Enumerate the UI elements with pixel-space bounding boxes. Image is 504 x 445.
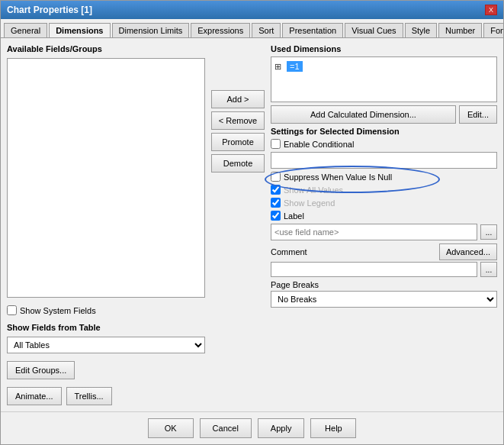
- enable-conditional-checkbox[interactable]: [271, 139, 281, 149]
- bottom-buttons-row: Edit Groups...: [7, 361, 205, 379]
- chart-properties-window: Chart Properties [1] X General Dimension…: [0, 0, 504, 445]
- tab-general[interactable]: General: [4, 23, 47, 38]
- comment-input-row: ...: [271, 262, 497, 277]
- title-bar: Chart Properties [1] X: [1, 1, 503, 19]
- show-all-values-checkbox[interactable]: [271, 185, 281, 195]
- animate-button[interactable]: Animate...: [7, 387, 62, 405]
- used-dimensions-label: Used Dimensions: [271, 44, 497, 53]
- label-row: Label: [271, 211, 497, 221]
- tab-sort[interactable]: Sort: [252, 23, 281, 38]
- suppress-when-null-checkbox[interactable]: [271, 172, 281, 182]
- show-legend-row: Show Legend: [271, 198, 497, 208]
- center-buttons: Add > < Remove Promote Demote: [211, 44, 265, 405]
- show-system-fields-label: Show System Fields: [20, 306, 96, 315]
- close-button[interactable]: X: [485, 5, 497, 15]
- used-dimensions-box[interactable]: ⊞ =1: [271, 56, 497, 102]
- add-edit-row: Add Calculated Dimension... Edit...: [271, 105, 497, 124]
- right-panel: Used Dimensions ⊞ =1 Add Calculated Dime…: [271, 44, 497, 405]
- field-name-dots-button[interactable]: ...: [480, 224, 497, 240]
- tab-visual-cues[interactable]: Visual Cues: [345, 23, 403, 38]
- show-system-fields-row: Show System Fields: [7, 305, 205, 315]
- cancel-button[interactable]: Cancel: [200, 418, 252, 438]
- tab-dimension-limits[interactable]: Dimension Limits: [112, 23, 190, 38]
- bottom-bar: OK Cancel Apply Help: [1, 411, 503, 444]
- enable-conditional-row: Enable Conditional: [271, 139, 497, 149]
- tab-style[interactable]: Style: [405, 23, 437, 38]
- suppress-when-null-label: Suppress When Value Is Null: [284, 173, 392, 182]
- comment-input[interactable]: [271, 262, 477, 277]
- enable-conditional-label: Enable Conditional: [284, 140, 354, 149]
- available-fields-list[interactable]: [7, 58, 205, 298]
- trellis-button[interactable]: Trellis...: [66, 387, 112, 405]
- left-panel: Available Fields/Groups Show System Fiel…: [7, 44, 205, 405]
- field-name-row: ...: [271, 224, 497, 240]
- edit-button[interactable]: Edit...: [459, 105, 497, 124]
- show-legend-label: Show Legend: [284, 198, 335, 208]
- tab-expressions[interactable]: Expressions: [191, 23, 250, 38]
- comment-header-row: Comment Advanced...: [271, 243, 497, 260]
- label-checkbox[interactable]: [271, 211, 281, 221]
- tab-presentation[interactable]: Presentation: [282, 23, 343, 38]
- ok-button[interactable]: OK: [148, 418, 194, 438]
- tab-number[interactable]: Number: [438, 23, 482, 38]
- tab-dimensions[interactable]: Dimensions: [49, 23, 110, 38]
- comment-label: Comment: [271, 247, 307, 256]
- suppress-row: Suppress When Value Is Null: [271, 172, 497, 182]
- dimension-item[interactable]: =1: [287, 61, 303, 72]
- settings-label: Settings for Selected Dimension: [271, 127, 497, 136]
- content-area: Available Fields/Groups Show System Fiel…: [1, 38, 503, 411]
- tab-font[interactable]: Font: [483, 23, 503, 38]
- add-calculated-button[interactable]: Add Calculated Dimension...: [271, 105, 456, 124]
- page-breaks-dropdown-container: No Breaks: [271, 291, 497, 308]
- promote-button[interactable]: Promote: [211, 133, 265, 151]
- title-bar-controls: X: [485, 5, 497, 15]
- add-button[interactable]: Add >: [211, 90, 265, 108]
- edit-groups-button[interactable]: Edit Groups...: [7, 361, 75, 379]
- dimension-value: =1: [290, 62, 300, 71]
- show-legend-checkbox[interactable]: [271, 198, 281, 208]
- window-title: Chart Properties [1]: [7, 5, 92, 15]
- apply-button[interactable]: Apply: [258, 418, 305, 438]
- remove-button[interactable]: < Remove: [211, 111, 265, 130]
- all-tables-dropdown-container: All Tables: [7, 337, 205, 353]
- conditional-input[interactable]: [271, 152, 497, 169]
- tab-bar: General Dimensions Dimension Limits Expr…: [1, 19, 503, 38]
- available-fields-label: Available Fields/Groups: [7, 44, 205, 53]
- show-all-values-label: Show All Values: [284, 185, 343, 195]
- advanced-button[interactable]: Advanced...: [439, 243, 497, 260]
- show-all-values-row: Show All Values: [271, 185, 497, 195]
- all-tables-dropdown[interactable]: All Tables: [7, 337, 205, 353]
- page-breaks-label: Page Breaks: [271, 280, 497, 289]
- page-breaks-select[interactable]: No Breaks: [271, 291, 497, 308]
- help-button[interactable]: Help: [310, 418, 356, 438]
- demote-button[interactable]: Demote: [211, 154, 265, 173]
- show-fields-from-label: Show Fields from Table: [7, 323, 205, 332]
- comment-dots-button[interactable]: ...: [480, 262, 497, 277]
- animate-trellis-row: Animate... Trellis...: [7, 387, 205, 405]
- comment-section: Comment Advanced... ...: [271, 243, 497, 277]
- page-breaks-section: Page Breaks No Breaks: [271, 280, 497, 308]
- expand-icon: ⊞: [274, 62, 281, 72]
- label-text: Label: [284, 211, 304, 221]
- field-name-input[interactable]: [271, 224, 477, 240]
- show-system-fields-checkbox[interactable]: [7, 305, 17, 315]
